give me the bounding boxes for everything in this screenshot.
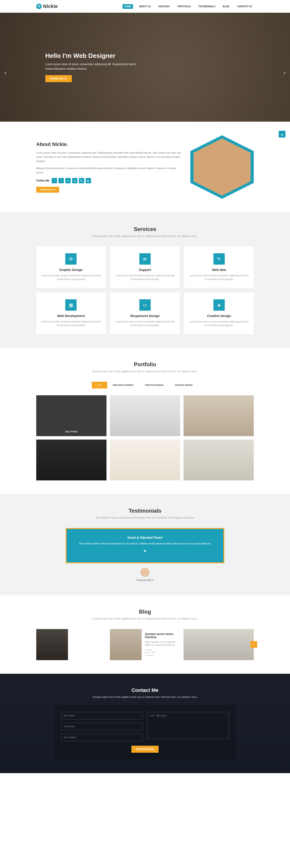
twitter-icon[interactable]: t [59, 178, 64, 183]
message-input[interactable] [147, 712, 229, 739]
service-title: Web Idea [189, 268, 249, 272]
email-input[interactable] [61, 723, 143, 730]
portfolio-section: Portfolio Quisque eget nisl id nulla sag… [0, 348, 290, 494]
tab-graphic[interactable]: GRAPHIC DESIGN [169, 382, 198, 389]
service-icon: ⇄ [139, 253, 151, 265]
service-card: ▦Web DevelopmentLorem ipsum dolor sit am… [36, 292, 106, 334]
about-cta-button[interactable]: DOWNLOAD CV [36, 187, 59, 193]
testimonial-card: Great & Talented Team! The master-builde… [66, 528, 224, 563]
portfolio-item[interactable] [36, 439, 107, 480]
nav-blog[interactable]: BLOG [221, 4, 231, 9]
service-desc: Lorem ipsum dolor sit amet consectetur a… [115, 274, 175, 281]
service-desc: Lorem ipsum dolor sit amet consectetur a… [41, 274, 101, 281]
nav-contact[interactable]: CONTECT US [235, 4, 254, 9]
testimonial-text: The master-builder of human happines no … [73, 542, 217, 546]
header: Nickie HOME ABOUT US SERVICES PORTFOLIO … [0, 0, 290, 13]
service-icon: ▭ [139, 299, 151, 311]
blog-title: Blog [36, 609, 254, 615]
service-icon: ◈ [213, 299, 225, 311]
blog-next-arrow[interactable]: › [250, 641, 257, 648]
blog-post-excerpt: Etiam materials orci vel imperdiet, Null… [145, 641, 177, 647]
author-name: Venanda Mercy [36, 579, 254, 581]
tab-web-dev[interactable]: WEB DEVELOPMENT [107, 382, 139, 389]
subject-input[interactable] [61, 734, 143, 741]
logo-icon [36, 4, 42, 9]
social-icons: f t in ⊕ G+ ▶ [52, 178, 91, 183]
linkedin-icon[interactable]: in [65, 178, 71, 183]
nav-portfolio[interactable]: PORTFOLIO [176, 4, 192, 9]
tab-all[interactable]: ALL [92, 382, 107, 389]
blog-item[interactable] [36, 629, 107, 660]
service-title: Graphic Design [41, 268, 101, 272]
about-paragraph-2: Aliquam id placerat lacus, in varius leo… [36, 166, 181, 175]
service-title: Support [115, 268, 175, 272]
contact-section: Contact Me Quisque eget nisl id nulla sa… [0, 674, 290, 773]
service-card: ✎Web IdeaLorem ipsum dolor sit amet cons… [184, 246, 254, 288]
service-desc: Lorem ipsum dolor sit amet consectetur a… [41, 320, 101, 327]
author-avatar [141, 568, 149, 577]
about-section: ▴ About Nickie. Lorem ipsum dolor sit am… [0, 122, 290, 212]
service-title: Web Development [41, 314, 101, 318]
service-card: ◈Creative DesignLorem ipsum dolor sit am… [184, 292, 254, 334]
blog-item[interactable]: Quisque auctor lectus interdum Etiam mat… [110, 629, 180, 660]
portfolio-subtitle: Quisque eget nisl id nulla sagittis auct… [36, 370, 254, 373]
portfolio-item[interactable] [183, 395, 254, 436]
services-section: Services Quisque eget nisl id nulla sagi… [0, 212, 290, 348]
youtube-icon[interactable]: ▶ [86, 178, 91, 183]
testimonials-subtitle: We thanks for all our awesome testimonia… [36, 516, 254, 519]
service-title: Creative Design [189, 314, 249, 318]
testimonials-section: Testimonials We thanks for all our aweso… [0, 494, 290, 595]
about-title: About Nickie. [36, 142, 181, 147]
contact-subtitle: Quisque eget nisl id nulla sagittis auct… [36, 695, 254, 698]
service-icon: ✎ [213, 253, 225, 265]
instagram-icon[interactable]: ⊕ [72, 178, 77, 183]
name-input[interactable] [61, 712, 143, 719]
blog-item[interactable] [183, 629, 254, 660]
hero-cta-button[interactable]: DOWNLOAD CV [45, 75, 72, 82]
facebook-icon[interactable]: f [52, 178, 57, 183]
services-subtitle: Quisque eget nisl id nulla sagittis auct… [36, 235, 254, 237]
hero-next-arrow[interactable]: › [281, 67, 288, 78]
main-nav: HOME ABOUT US SERVICES PORTFOLIO TESTIMO… [122, 4, 254, 9]
blog-image [110, 629, 142, 660]
service-card: ▭Responsive DesignLorem ipsum dolor sit … [110, 292, 180, 334]
service-card: ⇄SupportLorem ipsum dolor sit amet conse… [110, 246, 180, 288]
portfolio-title: Portfolio [36, 361, 254, 368]
blog-author: by admin [145, 649, 177, 651]
tab-creative[interactable]: CREATIVE DESIGN [139, 382, 169, 389]
service-desc: Lorem ipsum dolor sit amet consectetur a… [189, 274, 249, 281]
scroll-top-button[interactable]: ▴ [279, 131, 286, 137]
service-card: ⚙Graphic DesignLorem ipsum dolor sit ame… [36, 246, 106, 288]
blog-date: Apr 21, 2020 [145, 651, 177, 654]
nav-services[interactable]: SERVICES [156, 4, 172, 9]
blog-comments: Comments [145, 654, 177, 657]
blog-subtitle: Quisque eget nisl id nulla sagittis auct… [36, 617, 254, 620]
nav-about[interactable]: ABOUT US [137, 4, 152, 9]
send-message-button[interactable]: SEND MESSAGE [132, 746, 159, 753]
testimonial-box-title: Great & Talented Team! [73, 536, 217, 539]
follow-label: Follow Me [36, 179, 49, 182]
hero-subtitle: Lorem ipsum dolor sit amet, consectetur … [45, 62, 136, 71]
portfolio-item[interactable] [110, 439, 180, 480]
portfolio-item[interactable] [183, 439, 254, 480]
nav-home[interactable]: HOME [122, 4, 133, 9]
services-title: Services [36, 226, 254, 232]
service-icon: ▦ [65, 299, 77, 311]
nav-testimonials[interactable]: TESTIMONIALS [197, 4, 217, 9]
blog-image [36, 629, 68, 660]
logo-text: Nickie [43, 3, 58, 9]
portfolio-item[interactable]: App design [36, 395, 107, 436]
service-title: Responsive Design [115, 314, 175, 318]
hero-title: Hello I'm Web Designer [45, 52, 245, 59]
service-desc: Lorem ipsum dolor sit amet consectetur a… [189, 320, 249, 327]
service-desc: Lorem ipsum dolor sit amet consectetur a… [115, 320, 175, 327]
service-icon: ⚙ [65, 253, 77, 265]
portfolio-overlay-title: App design [36, 427, 107, 436]
hero-prev-arrow[interactable]: ‹ [2, 67, 9, 78]
logo[interactable]: Nickie [36, 3, 58, 9]
blog-post-title: Quisque auctor lectus interdum [145, 632, 177, 639]
portfolio-item[interactable] [110, 395, 180, 436]
google-plus-icon[interactable]: G+ [79, 178, 84, 183]
contact-title: Contact Me [36, 687, 254, 693]
testimonials-title: Testimonials [36, 508, 254, 514]
